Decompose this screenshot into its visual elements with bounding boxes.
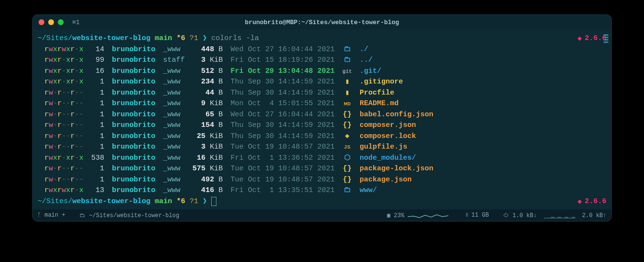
list-row: rwxrwxr-x13brunobrito_www416 BFri Oct 1 …: [40, 185, 437, 196]
ruby-icon: ◆: [577, 34, 582, 45]
date: Tue Oct 19 10:48:57 2021: [227, 175, 338, 186]
file-name: .gitignore: [356, 77, 437, 88]
prompt-line-2: ~ / Sites / website-tower-blog main *6 ?…: [38, 196, 606, 207]
permissions: rw-r--r--: [40, 88, 87, 99]
terminal-body[interactable]: ~ / Sites / website-tower-blog main *6 ?…: [33, 29, 611, 209]
date: Fri Oct 15 18:19:26 2021: [227, 55, 338, 66]
prompt-dir1: Sites: [46, 33, 68, 44]
owner: brunobrito: [108, 98, 159, 110]
list-row: rwxr-xr-x1brunobrito_www234 BThu Sep 30 …: [40, 77, 437, 88]
permissions: rwxrwxr-x: [40, 44, 87, 55]
date: Wed Oct 27 16:04:44 2021: [227, 44, 338, 55]
status-net: ⏲ 1.0 kB↓ ▁▁▂▁▂▁▂▁▂ 2.0 kB↑: [503, 212, 606, 219]
date: Thu Sep 30 14:14:59 2021: [227, 77, 338, 88]
owner: brunobrito: [108, 175, 159, 186]
tab-indicator: ⌘1: [72, 19, 80, 26]
permissions: rwxrwxr-x: [40, 185, 87, 196]
list-row: rw-r--r--1brunobrito_www575 KiBTue Oct 1…: [40, 164, 437, 175]
permissions: rw-r--r--: [40, 110, 87, 121]
size: 154 B: [188, 120, 227, 131]
link-count: 99: [87, 55, 108, 66]
group: _www: [159, 77, 188, 88]
file-type-icon: {}: [338, 164, 356, 175]
window-title: brunobrito@MBP:~/Sites/website-tower-blo…: [33, 19, 611, 26]
permissions: rw-r--r--: [40, 175, 87, 186]
list-row: rwxr-xr-x99brunobritostaff3 KiBFri Oct 1…: [40, 55, 437, 66]
link-count: 1: [87, 131, 108, 142]
cpu-sparkline: [408, 212, 451, 219]
list-row: rw-r--r--1brunobrito_www65 BWed Oct 27 1…: [40, 110, 437, 121]
minimize-dot[interactable]: [48, 19, 54, 25]
size: 65 B: [188, 110, 227, 121]
zoom-dot[interactable]: [58, 19, 64, 25]
file-type-icon: 🗀: [338, 185, 356, 196]
file-type-icon: ◆: [338, 131, 356, 142]
size: 25 KiB: [188, 131, 227, 142]
size: 3 KiB: [188, 142, 227, 153]
date: Fri Oct 29 13:04:48 2021: [227, 66, 338, 77]
link-count: 1: [87, 142, 108, 153]
owner: brunobrito: [108, 66, 159, 77]
list-row: rwxr-xr-x538brunobrito_www16 KiBFri Oct …: [40, 153, 437, 164]
permissions: rw-r--r--: [40, 98, 87, 110]
link-count: 1: [87, 77, 108, 88]
group: _www: [159, 120, 188, 131]
list-row: rwxrwxr-x14brunobrito_www448 BWed Oct 27…: [40, 44, 437, 55]
permissions: rwxr-xr-x: [40, 55, 87, 66]
ruby-version-2: ◆ 2.6.6: [577, 196, 606, 207]
owner: brunobrito: [108, 185, 159, 196]
branch-icon: ᚶ: [38, 212, 41, 219]
owner: brunobrito: [108, 164, 159, 175]
bars-icon: ⫴: [466, 212, 468, 219]
group: _www: [159, 88, 188, 99]
file-type-icon: ▮: [338, 77, 356, 88]
file-type-icon: ⬡: [338, 153, 356, 164]
list-row: rwxr-xr-x16brunobrito_www512 BFri Oct 29…: [40, 66, 437, 77]
date: Fri Oct 1 13:35:51 2021: [227, 185, 338, 196]
date: Thu Sep 30 14:14:59 2021: [227, 88, 338, 99]
status-path: 🗀 ~/Sites/website-tower-blog: [80, 212, 179, 219]
file-name: README.md: [356, 98, 437, 110]
link-count: 14: [87, 44, 108, 55]
list-row: rw-r--r--1brunobrito_www492 BTue Oct 19 …: [40, 175, 437, 186]
status-branch: ᚶ main +: [38, 212, 65, 219]
file-type-icon: 🗀: [338, 55, 356, 66]
owner: brunobrito: [108, 88, 159, 99]
permissions: rwxr-xr-x: [40, 77, 87, 88]
size: 492 B: [188, 175, 227, 186]
file-type-icon: JS: [338, 142, 356, 153]
file-name: Procfile: [356, 88, 437, 99]
group: _www: [159, 142, 188, 153]
group: _www: [159, 185, 188, 196]
date: Tue Oct 19 10:48:57 2021: [227, 164, 338, 175]
permissions: rw-r--r--: [40, 120, 87, 131]
link-count: 1: [87, 98, 108, 110]
link-count: 1: [87, 110, 108, 121]
owner: brunobrito: [108, 120, 159, 131]
file-name: ../: [356, 55, 437, 66]
file-listing: rwxrwxr-x14brunobrito_www448 BWed Oct 27…: [40, 44, 437, 196]
close-dot[interactable]: [39, 19, 44, 25]
group: _www: [159, 164, 188, 175]
owner: brunobrito: [108, 55, 159, 66]
chip-icon: ▣: [387, 212, 390, 219]
file-name: .git/: [356, 66, 437, 77]
link-count: 1: [87, 88, 108, 99]
permissions: rwxr-xr-x: [40, 66, 87, 77]
file-name: composer.json: [356, 120, 437, 131]
date: Thu Sep 30 14:14:59 2021: [227, 131, 338, 142]
file-type-icon: 🗀: [338, 44, 356, 55]
file-name: ./: [356, 44, 437, 55]
size: 234 B: [188, 77, 227, 88]
group: _www: [159, 98, 188, 110]
list-row: rw-r--r--1brunobrito_www154 BThu Sep 30 …: [40, 120, 437, 131]
list-row: rw-r--r--1brunobrito_www9 KiBMon Oct 4 1…: [40, 98, 437, 110]
group: _www: [159, 153, 188, 164]
permissions: rw-r--r--: [40, 131, 87, 142]
status-cpu: ▣ 23%: [387, 212, 451, 219]
group: _www: [159, 110, 188, 121]
tmux-status-bar: ᚶ main + 🗀 ~/Sites/website-tower-blog ▣ …: [33, 209, 611, 221]
group: _www: [159, 131, 188, 142]
link-count: 538: [87, 153, 108, 164]
file-type-icon: {}: [338, 110, 356, 121]
